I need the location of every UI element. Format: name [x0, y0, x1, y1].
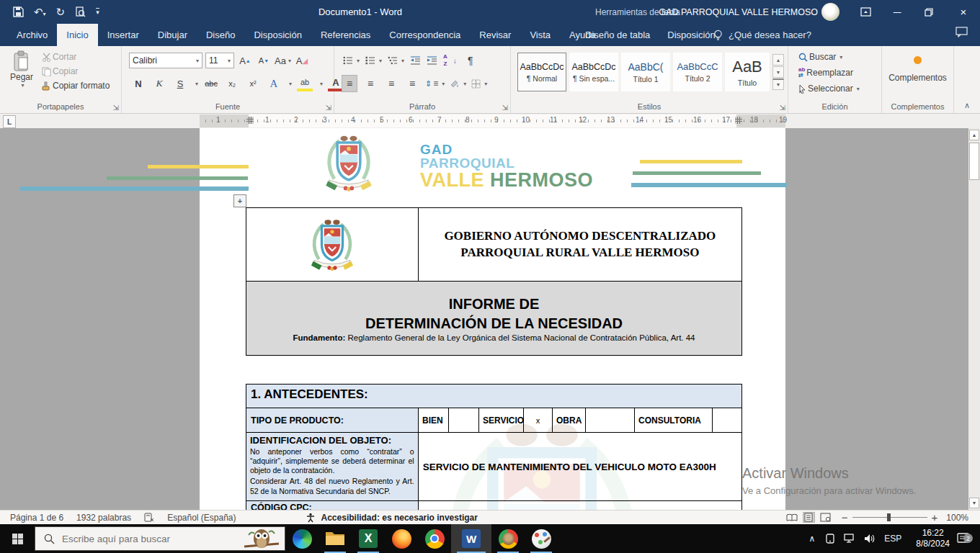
paste-button[interactable]: Pegar ▾ [6, 50, 37, 89]
grow-font-button[interactable]: A▲ [237, 52, 253, 69]
find-button[interactable]: Buscar▾ [798, 52, 860, 62]
change-case-button[interactable]: Aa▾ [275, 52, 291, 69]
italic-button[interactable]: K [151, 75, 167, 92]
parrafo-dialog-launcher-icon[interactable]: ⇲ [502, 104, 508, 112]
complementos-button[interactable]: Complementos [882, 56, 953, 83]
shading-button[interactable]: ▾ [450, 79, 466, 88]
align-right-button[interactable]: ≡ [383, 75, 399, 92]
informe-cell[interactable]: INFORME DE DETERMINACIÓN DE LA NECESIDAD… [246, 282, 741, 355]
estilos-dialog-launcher-icon[interactable]: ⇲ [780, 104, 785, 112]
subscript-button[interactable]: x₂ [224, 75, 240, 92]
borders-button[interactable]: ▾ [471, 79, 487, 89]
notification-center-icon[interactable]: 2 [957, 533, 970, 544]
superscript-button[interactable]: x² [245, 75, 261, 92]
consultoria-value-cell[interactable] [713, 408, 741, 432]
fuente-dialog-launcher-icon[interactable]: ⇲ [326, 104, 331, 112]
tab-diseno[interactable]: Diseño [197, 24, 244, 46]
page-indicator[interactable]: Página 1 de 6 [10, 513, 63, 523]
tab-diseno-de-tabla[interactable]: Diseño de tabla [576, 24, 659, 46]
taskbar-app-excel[interactable]: X [352, 524, 385, 553]
minimize-button[interactable]: ─ [885, 0, 909, 24]
scroll-up-icon[interactable]: ▲ [969, 130, 979, 140]
bullets-button[interactable]: ▾ [343, 56, 360, 65]
start-button[interactable] [0, 524, 35, 553]
style-sin-espaciado[interactable]: AaBbCcDc ¶ Sin espa... [569, 53, 618, 91]
read-mode-icon[interactable] [786, 512, 798, 523]
undo-icon[interactable]: ↶▾ [34, 6, 46, 17]
codigo-cpc-value-cell[interactable] [419, 501, 741, 510]
accessibility-status[interactable]: Accesibilidad: es necesario investigar [321, 513, 478, 523]
styles-gallery-up-icon[interactable]: ▲ [772, 54, 784, 66]
ruler-table-column-marker[interactable] [735, 117, 742, 124]
font-family-combobox[interactable]: Calibri▾ [129, 53, 202, 68]
search-input[interactable] [61, 533, 222, 545]
increase-indent-button[interactable] [427, 56, 437, 65]
decrease-indent-button[interactable] [410, 56, 421, 65]
taskbar-app-firefox[interactable] [385, 524, 418, 553]
style-titulo-2[interactable]: AaBbCcC Título 2 [673, 53, 722, 91]
taskbar-app-chrome-profile[interactable] [491, 524, 525, 553]
style-normal[interactable]: AaBbCcDc ¶ Normal [517, 53, 566, 91]
font-size-combobox[interactable]: 11▾ [205, 53, 234, 68]
servicio-label-cell[interactable]: SERVICIO [479, 408, 524, 432]
save-icon[interactable] [13, 6, 24, 17]
tab-dibujar[interactable]: Dibujar [148, 24, 197, 46]
word-count[interactable]: 1932 palabras [76, 513, 131, 523]
bold-button[interactable]: N [130, 75, 146, 92]
taskbar-clock[interactable]: 16:22 8/8/2024 [916, 528, 950, 549]
web-layout-icon[interactable] [819, 512, 832, 523]
sort-button[interactable]: AZ [443, 54, 447, 67]
comments-icon[interactable] [956, 27, 968, 37]
zoom-slider[interactable] [852, 517, 927, 518]
highlight-button[interactable]: ab [297, 76, 313, 91]
numbering-button[interactable]: ▾ [365, 56, 382, 65]
zoom-out-icon[interactable]: − [842, 511, 848, 523]
collapse-ribbon-icon[interactable]: ∧ [964, 101, 970, 110]
obra-label-cell[interactable]: OBRA [553, 408, 586, 432]
taskbar-app-chrome[interactable] [418, 524, 451, 553]
styles-gallery-down-icon[interactable]: ▼ [772, 66, 784, 78]
language-tray[interactable]: ESP [884, 534, 901, 544]
tab-referencias[interactable]: Referencias [311, 24, 380, 46]
cut-button[interactable]: Cortar [42, 52, 110, 62]
tipo-producto-label[interactable]: TIPO DE PRODUCTO: [246, 408, 419, 432]
proofing-icon[interactable] [144, 513, 154, 522]
align-center-button[interactable]: ≡ [362, 75, 378, 92]
table-move-handle[interactable]: + [233, 194, 246, 207]
tab-correspondencia[interactable]: Correspondencia [380, 24, 470, 46]
tab-vista[interactable]: Vista [520, 24, 560, 46]
clear-formatting-button[interactable]: A◢ [294, 52, 310, 69]
justify-button[interactable]: ≡ [404, 75, 420, 92]
tab-inicio[interactable]: Inicio [57, 24, 97, 46]
taskbar-search[interactable] [35, 526, 285, 551]
antecedentes-header-row[interactable]: 1. ANTECEDENTES: [246, 385, 741, 408]
portapapeles-dialog-launcher-icon[interactable]: ⇲ [113, 104, 119, 112]
zoom-in-icon[interactable]: + [932, 511, 938, 523]
objeto-value-cell[interactable]: SERVICIO DE MANTENIMIENTO DEL VEHICULO M… [419, 433, 741, 500]
ruler-table-column-marker[interactable] [246, 117, 254, 124]
volume-icon[interactable] [864, 534, 876, 544]
codigo-cpc-label[interactable]: CÓDIGO CPC: [246, 501, 419, 510]
underline-chevron-icon[interactable]: ▾ [195, 81, 198, 87]
format-painter-button[interactable]: Copiar formato [42, 81, 110, 91]
taskbar-app-paint[interactable] [525, 524, 558, 553]
align-left-button[interactable]: ≡ [342, 75, 357, 92]
styles-gallery-more-icon[interactable]: ▼ [772, 78, 784, 90]
style-titulo-1[interactable]: AaBbC( Título 1 [621, 53, 670, 91]
line-spacing-button[interactable]: ⇕≡▾ [425, 78, 445, 89]
crest-cell[interactable] [246, 208, 419, 281]
scrollbar-thumb[interactable] [969, 143, 979, 180]
bien-value-cell[interactable] [449, 408, 479, 432]
strikethrough-button[interactable]: abc [203, 75, 219, 92]
redo-icon[interactable]: ↻ [56, 6, 66, 17]
style-titulo[interactable]: AaB Título [725, 53, 770, 91]
account-name[interactable]: GAD PARROQUIAL VALLE HERMOSO [670, 0, 818, 24]
print-layout-icon[interactable] [803, 512, 815, 523]
shrink-font-button[interactable]: A▼ [256, 52, 272, 69]
taskbar-app-word[interactable]: W [451, 524, 491, 553]
close-button[interactable]: × [951, 0, 976, 24]
underline-button[interactable]: S [172, 75, 188, 92]
taskbar-app-edge[interactable] [285, 524, 318, 553]
tray-device-icon[interactable] [825, 534, 835, 544]
ribbon-display-options-icon[interactable] [853, 0, 878, 24]
